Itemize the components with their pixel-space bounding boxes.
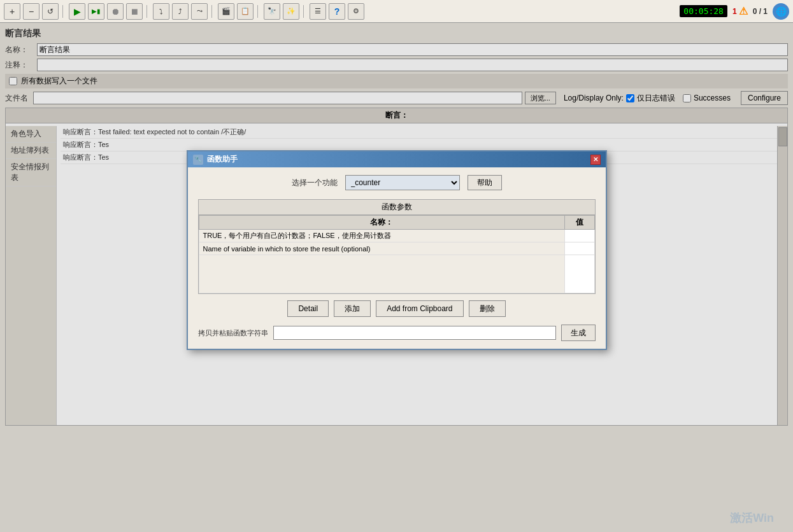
add-from-clipboard-button[interactable]: Add from Clipboard <box>376 300 463 317</box>
toolbar: + − ↺ ▶ ▶▮ ⏺ ⏹ ⤵ ⤴ ⤳ 🎬 📋 🔭 ✨ ☰ ? ⚙ 00:05… <box>0 0 793 23</box>
separator-1 <box>62 5 65 18</box>
generate-button[interactable]: 生成 <box>561 325 596 341</box>
step-over-button[interactable]: ⤳ <box>191 3 208 20</box>
params-header: 函数参数 <box>199 200 595 215</box>
dialog-actions: Detail 添加 Add from Clipboard 删除 <box>198 300 596 317</box>
value-col-header: 值 <box>564 216 594 230</box>
record-button[interactable]: 🎬 <box>218 3 234 20</box>
magic-button[interactable]: ✨ <box>283 3 299 20</box>
warning-badge: 1 ⚠ <box>732 5 748 17</box>
table-row: TRUE，每个用户有自己的计数器；FALSE，使用全局计数器 <box>199 230 594 242</box>
separator-4 <box>257 5 260 18</box>
separator-2 <box>146 5 149 18</box>
name-col-header: 名称： <box>199 216 564 230</box>
warning-count: 1 <box>732 7 737 16</box>
step-in-button[interactable]: ⤵ <box>153 3 169 20</box>
table-row: Name of variable in which to store the r… <box>199 242 594 255</box>
clipboard-input[interactable] <box>273 326 556 340</box>
warning-icon: ⚠ <box>739 5 748 17</box>
globe-button[interactable]: 🌐 <box>773 3 789 20</box>
param-value-0[interactable] <box>564 230 594 242</box>
binoculars-button[interactable]: 🔭 <box>264 3 280 20</box>
dialog-close-button[interactable]: ✕ <box>590 155 601 165</box>
script-button[interactable]: 📋 <box>237 3 254 20</box>
separator-3 <box>211 5 214 18</box>
dialog-icon: 🔧 <box>193 155 203 165</box>
play-step-button[interactable]: ▶▮ <box>88 3 104 20</box>
step-out-button[interactable]: ⤴ <box>172 3 189 20</box>
modal-overlay: 🔧 函数助手 ✕ 选择一个功能 _counter 帮助 函数参数 <box>0 23 793 532</box>
settings-button[interactable]: ⚙ <box>348 3 364 20</box>
function-select-row: 选择一个功能 _counter 帮助 <box>198 175 596 190</box>
help-button[interactable]: 帮助 <box>468 175 502 190</box>
remove-button[interactable]: − <box>23 3 39 20</box>
stop-all-button[interactable]: ⏹ <box>126 3 143 20</box>
params-section: 函数参数 名称： 值 TRUE，每个用户有自己的计数器；FALSE，使用全局计数… <box>198 199 596 294</box>
separator-5 <box>303 5 306 18</box>
toolbar-right: 00:05:28 1 ⚠ 0 / 1 🌐 <box>680 3 789 20</box>
delete-button[interactable]: 删除 <box>469 300 506 317</box>
dialog-body: 选择一个功能 _counter 帮助 函数参数 名称： 值 <box>188 167 606 349</box>
dialog-titlebar-left: 🔧 函数助手 <box>193 154 238 165</box>
empty-name-cell <box>199 255 564 293</box>
list-button[interactable]: ☰ <box>310 3 326 20</box>
table-row-empty <box>199 255 594 293</box>
empty-value-cell <box>564 255 594 293</box>
function-select[interactable]: _counter <box>345 175 460 190</box>
add-button[interactable]: 添加 <box>334 300 371 317</box>
add-button[interactable]: + <box>4 3 20 20</box>
play-button[interactable]: ▶ <box>69 3 85 20</box>
param-value-1[interactable] <box>564 242 594 255</box>
params-table: 名称： 值 TRUE，每个用户有自己的计数器；FALSE，使用全局计数器 Nam… <box>199 215 595 293</box>
stop-button[interactable]: ⏺ <box>107 3 124 20</box>
help-button[interactable]: ? <box>329 3 345 20</box>
refresh-button[interactable]: ↺ <box>42 3 59 20</box>
dialog-titlebar: 🔧 函数助手 ✕ <box>188 151 606 167</box>
dialog-title: 函数助手 <box>207 154 238 165</box>
param-name-0: TRUE，每个用户有自己的计数器；FALSE，使用全局计数器 <box>199 230 564 242</box>
clipboard-label: 拷贝并粘贴函数字符串 <box>198 328 268 338</box>
timer-display: 00:05:28 <box>680 5 727 17</box>
param-name-1: Name of variable in which to store the r… <box>199 242 564 255</box>
select-label: 选择一个功能 <box>292 178 338 188</box>
clipboard-row: 拷贝并粘贴函数字符串 生成 <box>198 325 596 341</box>
detail-button[interactable]: Detail <box>287 300 329 317</box>
main-content: 断言结果 名称： 注释： 所有数据写入一个文件 文件名 浏览... Log/Di… <box>0 23 793 532</box>
function-assistant-dialog: 🔧 函数助手 ✕ 选择一个功能 _counter 帮助 函数参数 <box>187 150 607 350</box>
counter-display: 0 / 1 <box>753 7 768 16</box>
